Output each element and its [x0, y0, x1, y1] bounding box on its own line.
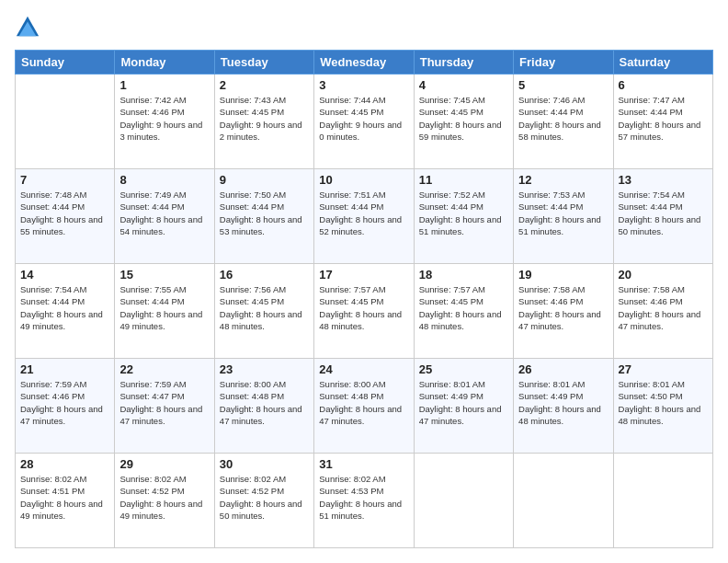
day-number: 31 [319, 457, 408, 471]
calendar-table: SundayMondayTuesdayWednesdayThursdayFrid… [15, 50, 713, 548]
day-info: Sunrise: 7:44 AMSunset: 4:45 PMDaylight:… [319, 94, 408, 143]
day-info: Sunrise: 7:59 AMSunset: 4:46 PMDaylight:… [20, 378, 109, 427]
day-info: Sunrise: 7:57 AMSunset: 4:45 PMDaylight:… [419, 283, 508, 332]
day-info: Sunrise: 8:02 AMSunset: 4:53 PMDaylight:… [319, 473, 408, 522]
calendar-cell: 23Sunrise: 8:00 AMSunset: 4:48 PMDayligh… [214, 359, 313, 454]
logo-icon [15, 15, 40, 40]
day-info: Sunrise: 7:49 AMSunset: 4:44 PMDaylight:… [119, 189, 209, 237]
day-info: Sunrise: 8:01 AMSunset: 4:50 PMDaylight:… [619, 378, 708, 427]
day-info: Sunrise: 8:01 AMSunset: 4:49 PMDaylight:… [518, 378, 608, 427]
calendar-cell [414, 454, 513, 548]
calendar-cell: 4Sunrise: 7:45 AMSunset: 4:45 PMDaylight… [414, 75, 513, 169]
day-info: Sunrise: 7:48 AMSunset: 4:44 PMDaylight:… [20, 189, 109, 237]
calendar-header-saturday: Saturday [613, 51, 712, 75]
calendar-cell [16, 75, 115, 169]
calendar-cell: 15Sunrise: 7:55 AMSunset: 4:44 PMDayligh… [115, 264, 214, 359]
day-number: 3 [319, 78, 408, 92]
calendar-cell: 3Sunrise: 7:44 AMSunset: 4:45 PMDaylight… [314, 75, 414, 169]
day-number: 10 [319, 173, 408, 187]
day-number: 1 [119, 78, 209, 92]
day-info: Sunrise: 7:56 AMSunset: 4:45 PMDaylight:… [220, 283, 309, 332]
day-info: Sunrise: 7:42 AMSunset: 4:46 PMDaylight:… [119, 94, 209, 143]
calendar-cell: 28Sunrise: 8:02 AMSunset: 4:51 PMDayligh… [16, 454, 115, 548]
calendar-cell: 6Sunrise: 7:47 AMSunset: 4:44 PMDaylight… [613, 75, 712, 169]
calendar-cell: 10Sunrise: 7:51 AMSunset: 4:44 PMDayligh… [314, 169, 414, 264]
day-info: Sunrise: 7:50 AMSunset: 4:44 PMDaylight:… [220, 189, 309, 237]
calendar-cell: 19Sunrise: 7:58 AMSunset: 4:46 PMDayligh… [514, 264, 613, 359]
calendar-cell: 9Sunrise: 7:50 AMSunset: 4:44 PMDaylight… [214, 169, 313, 264]
day-info: Sunrise: 8:02 AMSunset: 4:51 PMDaylight:… [20, 473, 109, 522]
day-info: Sunrise: 7:59 AMSunset: 4:47 PMDaylight:… [119, 378, 209, 427]
calendar-cell: 29Sunrise: 8:02 AMSunset: 4:52 PMDayligh… [115, 454, 214, 548]
day-number: 2 [220, 78, 309, 92]
calendar-cell: 18Sunrise: 7:57 AMSunset: 4:45 PMDayligh… [414, 264, 513, 359]
calendar-cell: 12Sunrise: 7:53 AMSunset: 4:44 PMDayligh… [514, 169, 613, 264]
day-number: 4 [419, 78, 508, 92]
day-number: 18 [419, 268, 508, 282]
calendar-cell: 13Sunrise: 7:54 AMSunset: 4:44 PMDayligh… [613, 169, 712, 264]
calendar-cell: 24Sunrise: 8:00 AMSunset: 4:48 PMDayligh… [314, 359, 414, 454]
day-info: Sunrise: 7:58 AMSunset: 4:46 PMDaylight:… [518, 283, 608, 332]
calendar-header-friday: Friday [514, 51, 613, 75]
calendar-cell: 8Sunrise: 7:49 AMSunset: 4:44 PMDaylight… [115, 169, 214, 264]
day-number: 27 [619, 362, 708, 376]
calendar-cell: 20Sunrise: 7:58 AMSunset: 4:46 PMDayligh… [613, 264, 712, 359]
day-number: 29 [119, 457, 209, 471]
day-info: Sunrise: 7:53 AMSunset: 4:44 PMDaylight:… [518, 189, 608, 237]
calendar-cell: 14Sunrise: 7:54 AMSunset: 4:44 PMDayligh… [16, 264, 115, 359]
header [15, 15, 713, 40]
calendar-cell: 17Sunrise: 7:57 AMSunset: 4:45 PMDayligh… [314, 264, 414, 359]
day-number: 7 [20, 173, 109, 187]
day-number: 11 [419, 173, 508, 187]
calendar-cell: 21Sunrise: 7:59 AMSunset: 4:46 PMDayligh… [16, 359, 115, 454]
day-number: 13 [619, 173, 708, 187]
calendar-cell: 2Sunrise: 7:43 AMSunset: 4:45 PMDaylight… [214, 75, 313, 169]
day-number: 23 [220, 362, 309, 376]
day-number: 5 [518, 78, 608, 92]
day-number: 19 [518, 268, 608, 282]
day-info: Sunrise: 7:45 AMSunset: 4:45 PMDaylight:… [419, 94, 508, 143]
calendar-cell: 27Sunrise: 8:01 AMSunset: 4:50 PMDayligh… [613, 359, 712, 454]
day-info: Sunrise: 7:54 AMSunset: 4:44 PMDaylight:… [20, 283, 109, 332]
day-number: 14 [20, 268, 109, 282]
day-info: Sunrise: 7:47 AMSunset: 4:44 PMDaylight:… [619, 94, 708, 143]
calendar-cell [514, 454, 613, 548]
calendar-cell: 7Sunrise: 7:48 AMSunset: 4:44 PMDaylight… [16, 169, 115, 264]
day-number: 24 [319, 362, 408, 376]
calendar-header-wednesday: Wednesday [314, 51, 414, 75]
day-number: 28 [20, 457, 109, 471]
day-info: Sunrise: 7:58 AMSunset: 4:46 PMDaylight:… [619, 283, 708, 332]
calendar-week-5: 28Sunrise: 8:02 AMSunset: 4:51 PMDayligh… [16, 454, 713, 548]
calendar-header-row: SundayMondayTuesdayWednesdayThursdayFrid… [16, 51, 713, 75]
day-info: Sunrise: 8:02 AMSunset: 4:52 PMDaylight:… [220, 473, 309, 522]
calendar-cell [613, 454, 712, 548]
calendar-week-1: 1Sunrise: 7:42 AMSunset: 4:46 PMDaylight… [16, 75, 713, 169]
day-info: Sunrise: 7:55 AMSunset: 4:44 PMDaylight:… [119, 283, 209, 332]
day-info: Sunrise: 8:00 AMSunset: 4:48 PMDaylight:… [220, 378, 309, 427]
day-number: 6 [619, 78, 708, 92]
day-number: 21 [20, 362, 109, 376]
day-info: Sunrise: 7:43 AMSunset: 4:45 PMDaylight:… [220, 94, 309, 143]
day-number: 17 [319, 268, 408, 282]
day-info: Sunrise: 7:51 AMSunset: 4:44 PMDaylight:… [319, 189, 408, 237]
calendar-week-4: 21Sunrise: 7:59 AMSunset: 4:46 PMDayligh… [16, 359, 713, 454]
calendar-cell: 26Sunrise: 8:01 AMSunset: 4:49 PMDayligh… [514, 359, 613, 454]
calendar-week-2: 7Sunrise: 7:48 AMSunset: 4:44 PMDaylight… [16, 169, 713, 264]
calendar-header-monday: Monday [115, 51, 214, 75]
calendar-cell: 31Sunrise: 8:02 AMSunset: 4:53 PMDayligh… [314, 454, 414, 548]
calendar-cell: 16Sunrise: 7:56 AMSunset: 4:45 PMDayligh… [214, 264, 313, 359]
calendar-cell: 25Sunrise: 8:01 AMSunset: 4:49 PMDayligh… [414, 359, 513, 454]
day-number: 12 [518, 173, 608, 187]
day-info: Sunrise: 7:57 AMSunset: 4:45 PMDaylight:… [319, 283, 408, 332]
calendar-header-thursday: Thursday [414, 51, 513, 75]
calendar-header-sunday: Sunday [16, 51, 115, 75]
day-number: 22 [119, 362, 209, 376]
day-info: Sunrise: 8:01 AMSunset: 4:49 PMDaylight:… [419, 378, 508, 427]
day-info: Sunrise: 7:46 AMSunset: 4:44 PMDaylight:… [518, 94, 608, 143]
calendar-cell: 22Sunrise: 7:59 AMSunset: 4:47 PMDayligh… [115, 359, 214, 454]
calendar-cell: 11Sunrise: 7:52 AMSunset: 4:44 PMDayligh… [414, 169, 513, 264]
calendar-cell: 30Sunrise: 8:02 AMSunset: 4:52 PMDayligh… [214, 454, 313, 548]
page: SundayMondayTuesdayWednesdayThursdayFrid… [0, 0, 728, 563]
calendar-week-3: 14Sunrise: 7:54 AMSunset: 4:44 PMDayligh… [16, 264, 713, 359]
day-number: 9 [220, 173, 309, 187]
